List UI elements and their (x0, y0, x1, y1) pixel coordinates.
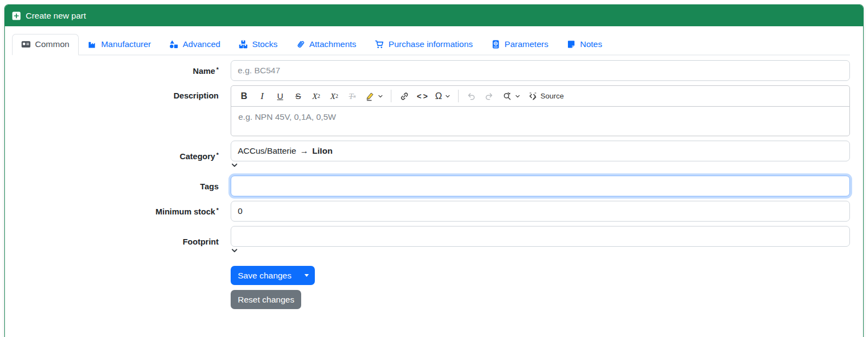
tab-label: Purchase informations (389, 39, 473, 49)
minimum-stock-label: Minimum stock* (12, 207, 231, 216)
name-label: Name* (12, 66, 231, 75)
find-replace-icon (502, 91, 512, 101)
required-marker: * (216, 207, 219, 213)
category-label: Category* (12, 152, 231, 161)
square-plus-icon (12, 11, 21, 20)
subscript-button[interactable]: X2 (308, 88, 324, 104)
tags-row: Tags (12, 176, 850, 196)
description-editable-area[interactable]: e.g. NPN 45V, 0,1A, 0,5W (231, 107, 849, 136)
link-icon (400, 91, 409, 101)
reset-button-row: Reset changes (12, 290, 850, 309)
category-select[interactable]: ACCus/Batterie → LiIon (231, 141, 850, 161)
remove-format-button[interactable]: Tx (344, 88, 360, 104)
card-body: Common Manufacturer Advanced Stocks Atta… (5, 26, 863, 337)
category-row: Category* ACCus/Batterie → LiIon (12, 141, 850, 171)
rich-text-editor: B I U S X2 X2 Tx (231, 85, 850, 136)
link-button[interactable] (396, 88, 412, 104)
special-characters-button[interactable]: Ω (432, 88, 453, 104)
redo-icon (484, 91, 494, 101)
omega-glyph: Ω (435, 91, 442, 102)
undo-icon (466, 91, 476, 101)
save-button-row: Save changes (12, 266, 850, 285)
italic-button[interactable]: I (254, 88, 270, 104)
footprint-select[interactable] (231, 226, 850, 247)
required-marker: * (216, 152, 219, 158)
save-dropdown-toggle[interactable] (298, 266, 315, 285)
tab-parameters[interactable]: Parameters (482, 34, 558, 55)
description-label: Description (12, 91, 231, 100)
source-editing-icon (528, 91, 538, 101)
tab-label: Attachments (309, 39, 356, 49)
minimum-stock-input[interactable] (231, 201, 850, 222)
undo-button[interactable] (464, 88, 479, 104)
id-card-icon (21, 40, 31, 49)
strikethrough-button[interactable]: S (290, 88, 306, 104)
chevron-down-icon (445, 94, 450, 99)
highlight-pen-icon (365, 91, 375, 101)
toolbar-separator (391, 90, 391, 102)
footprint-label: Footprint (12, 237, 231, 246)
code-button[interactable]: <> (414, 88, 430, 104)
description-row: Description B I U S X2 X2 Tx (12, 85, 850, 136)
chevron-down-icon (515, 94, 520, 99)
paperclip-icon (296, 40, 305, 49)
minimum-stock-row: Minimum stock* (12, 201, 850, 222)
category-path: ACCus/Batterie (238, 146, 296, 156)
tab-manufacturer[interactable]: Manufacturer (79, 34, 160, 55)
name-input[interactable] (231, 60, 850, 81)
toolbar-separator (458, 90, 459, 102)
caret-down-icon (304, 274, 309, 277)
required-marker: * (216, 66, 219, 73)
shapes-icon (169, 40, 178, 49)
find-replace-button[interactable] (500, 88, 523, 104)
category-arrow: → (300, 146, 309, 156)
highlight-button[interactable] (362, 88, 386, 104)
part-form: Name* Description B I U S X2 (12, 60, 850, 309)
bold-button[interactable]: B (236, 88, 252, 104)
tab-notes[interactable]: Notes (558, 34, 612, 55)
name-row: Name* (12, 60, 850, 81)
superscript-button[interactable]: X2 (326, 88, 342, 104)
save-split-button: Save changes (231, 266, 315, 285)
tab-label: Stocks (252, 39, 278, 49)
underline-button[interactable]: U (272, 88, 288, 104)
tab-label: Common (35, 39, 69, 49)
category-selected: LiIon (312, 146, 332, 156)
tab-label: Manufacturer (101, 39, 151, 49)
card-header: Create new part (5, 5, 863, 26)
redo-button[interactable] (482, 88, 497, 104)
tab-attachments[interactable]: Attachments (287, 34, 366, 55)
tab-stocks[interactable]: Stocks (230, 34, 287, 55)
footprint-row: Footprint (12, 226, 850, 257)
shopping-cart-icon (375, 40, 384, 49)
book-atlas-icon (491, 40, 500, 49)
chevron-down-icon (231, 161, 238, 169)
description-placeholder: e.g. NPN 45V, 0,1A, 0,5W (238, 112, 336, 121)
sticky-note-icon (567, 40, 576, 49)
chevron-down-icon (231, 247, 238, 254)
tags-label: Tags (12, 182, 231, 191)
reset-button[interactable]: Reset changes (231, 290, 301, 309)
tab-advanced[interactable]: Advanced (160, 34, 230, 55)
boxes-stacked-icon (239, 40, 248, 49)
tags-input[interactable] (231, 176, 850, 196)
tab-purchase-informations[interactable]: Purchase informations (366, 34, 482, 55)
tab-label: Parameters (505, 39, 548, 49)
source-button[interactable]: Source (525, 88, 567, 104)
chevron-down-icon (378, 94, 383, 99)
create-part-card: Create new part Common Manufacturer Adva… (4, 4, 864, 337)
tab-label: Advanced (183, 39, 220, 49)
tab-bar: Common Manufacturer Advanced Stocks Atta… (12, 34, 850, 55)
factory-icon (88, 40, 97, 49)
tab-common[interactable]: Common (12, 34, 79, 55)
editor-toolbar: B I U S X2 X2 Tx (231, 86, 849, 107)
source-label: Source (541, 92, 564, 100)
page-title: Create new part (26, 11, 86, 21)
save-button[interactable]: Save changes (231, 266, 298, 285)
tab-label: Notes (580, 39, 602, 49)
